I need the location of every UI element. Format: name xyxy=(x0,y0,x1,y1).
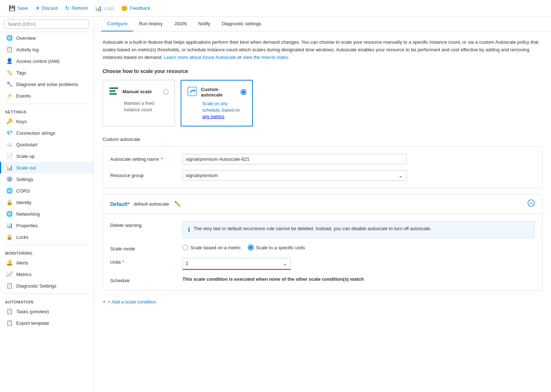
manual-scale-title: Manual scale xyxy=(122,89,152,94)
sidebar-item-label: Quickstart xyxy=(16,142,38,147)
scale-specific-units-option[interactable]: Scale to a specific units xyxy=(248,245,305,250)
manual-scale-radio[interactable] xyxy=(163,89,169,95)
sidebar-item-quickstart[interactable]: ☁️ Quickstart xyxy=(0,139,94,150)
autoscale-form-box: Autoscale setting name * Resource group … xyxy=(103,146,542,188)
default-condition-box: Default* default autoscale ✏️ Delete war… xyxy=(103,194,542,291)
sidebar-item-overview[interactable]: 🌐 Overview xyxy=(0,32,94,44)
add-condition-icon: + xyxy=(103,299,106,305)
sidebar-item-tasks[interactable]: 📋 Tasks (preview) xyxy=(0,306,94,317)
sidebar-item-locks[interactable]: 🔒 Locks xyxy=(0,231,94,243)
sidebar-item-label: Settings xyxy=(16,177,33,182)
sidebar-item-keys[interactable]: 🔑 Keys xyxy=(0,116,94,127)
autoscale-name-input[interactable] xyxy=(182,154,406,164)
sidebar-item-connection-strings[interactable]: 💎 Connection strings xyxy=(0,127,94,139)
tab-configure[interactable]: Configure xyxy=(101,17,133,31)
logs-button[interactable]: 📊 Logs xyxy=(92,4,117,13)
iam-icon: 👤 xyxy=(6,58,13,64)
scale-based-metric-label: Scale based on a metric xyxy=(190,245,241,250)
sidebar-item-events[interactable]: ⚡ Events xyxy=(0,90,94,102)
units-select[interactable]: 1 2 3 4 5 xyxy=(182,258,291,268)
sidebar-item-label: Diagnose and solve problems xyxy=(16,82,78,87)
add-scale-condition-button[interactable]: + + Add a scale condition xyxy=(103,297,156,307)
networking-icon: 🌐 xyxy=(6,211,13,217)
logs-icon: 📊 xyxy=(95,5,102,12)
sidebar: 🌐 Overview 📋 Activity log 👤 Access contr… xyxy=(0,17,94,392)
condition-name: Default* xyxy=(110,201,129,207)
custom-autoscale-card[interactable]: Custom autoscale Scale on any schedule, … xyxy=(181,80,253,126)
tab-run-history[interactable]: Run history xyxy=(133,17,168,31)
sidebar-item-diagnostic-settings[interactable]: 📋 Diagnostic Settings xyxy=(0,280,94,292)
diagnostic-settings-icon: 📋 xyxy=(6,283,13,289)
sidebar-item-tags[interactable]: 🏷️ Tags xyxy=(0,67,94,78)
tab-notify[interactable]: Notify xyxy=(193,17,216,31)
discard-icon: ✕ xyxy=(35,5,40,12)
sidebar-item-scale-out[interactable]: 📊 Scale out xyxy=(0,162,94,173)
sidebar-item-networking[interactable]: 🌐 Networking xyxy=(0,208,94,220)
delete-warning-label: Delete warning xyxy=(110,221,182,228)
custom-autoscale-section-label: Custom autoscale xyxy=(103,137,542,142)
monitoring-divider xyxy=(4,245,89,245)
sidebar-item-label: Tags xyxy=(16,70,26,76)
sidebar-item-label: Events xyxy=(16,93,31,99)
resource-group-select[interactable]: signalrpremium xyxy=(182,170,406,181)
sidebar-item-label: CORS xyxy=(16,188,30,194)
sidebar-item-settings[interactable]: ⚙️ Settings xyxy=(0,173,94,185)
link-separator: or xyxy=(237,55,243,60)
units-required: * xyxy=(122,259,124,265)
how-to-video-link[interactable]: view the how-to video xyxy=(243,55,288,60)
sidebar-item-label: Overview xyxy=(16,35,36,41)
quickstart-icon: ☁️ xyxy=(6,141,13,148)
overview-icon: 🌐 xyxy=(6,35,13,41)
manual-scale-card[interactable]: Manual scale Maintain a fixed instance c… xyxy=(103,80,175,126)
toolbar: 💾 Save ✕ Discard ↻ Refresh 📊 Logs 😊 Feed… xyxy=(0,0,551,17)
search-input[interactable] xyxy=(4,20,89,29)
tab-json[interactable]: JSON xyxy=(168,17,193,31)
delete-warning-row: Delete warning ℹ The very last or defaul… xyxy=(110,221,535,238)
scale-specific-units-radio[interactable] xyxy=(248,245,254,250)
sidebar-item-identity[interactable]: 🔒 Identity xyxy=(0,197,94,208)
svg-rect-0 xyxy=(109,87,118,89)
page-content: Autoscale is a built-in feature that hel… xyxy=(94,31,551,314)
tasks-icon: 📋 xyxy=(6,308,13,315)
sidebar-item-activity-log[interactable]: 📋 Activity log xyxy=(0,44,94,55)
feedback-button[interactable]: 😊 Feedback xyxy=(118,4,153,13)
svg-rect-1 xyxy=(109,90,115,92)
condition-desc: default autoscale xyxy=(134,201,169,207)
sidebar-item-diagnose[interactable]: 🔧 Diagnose and solve problems xyxy=(0,78,94,90)
manual-scale-icon xyxy=(109,86,119,97)
sidebar-search-container xyxy=(0,17,94,32)
resource-group-row: Resource group signalrpremium xyxy=(110,170,535,181)
sidebar-item-properties[interactable]: 📊 Properties xyxy=(0,220,94,231)
refresh-button[interactable]: ↻ Refresh xyxy=(62,4,91,13)
sidebar-item-scale-up[interactable]: 📄 Scale up xyxy=(0,150,94,162)
any-metrics-link[interactable]: any metrics xyxy=(202,114,224,119)
settings-icon: ⚙️ xyxy=(6,176,13,182)
sidebar-item-metrics[interactable]: 📈 Metrics xyxy=(0,268,94,280)
custom-autoscale-radio[interactable] xyxy=(241,89,246,95)
sidebar-item-label: Access control (IAM) xyxy=(16,59,60,64)
custom-autoscale-icon xyxy=(187,86,197,98)
sidebar-item-cors[interactable]: 🌐 CORS xyxy=(0,185,94,197)
discard-button[interactable]: ✕ Discard xyxy=(33,4,61,13)
schedule-text: This scale condition is executed when no… xyxy=(182,276,535,282)
sidebar-item-iam[interactable]: 👤 Access control (IAM) xyxy=(0,55,94,67)
sidebar-item-alerts[interactable]: 🔔 Alerts xyxy=(0,257,94,268)
learn-more-link[interactable]: Learn more about Azure Autoscale xyxy=(164,55,236,60)
feedback-icon: 😊 xyxy=(121,5,128,12)
sidebar-item-export-template[interactable]: 📋 Export template xyxy=(0,317,94,329)
scale-based-metric-radio[interactable] xyxy=(182,245,188,250)
export-template-icon: 📋 xyxy=(6,320,13,326)
sidebar-item-label: Alerts xyxy=(16,260,28,266)
tab-bar: Configure Run history JSON Notify Diagno… xyxy=(94,17,551,31)
condition-edit-button[interactable]: ✏️ xyxy=(173,200,182,208)
info-icon: ℹ xyxy=(188,225,190,234)
schedule-label: Schedule xyxy=(110,276,182,283)
manual-scale-header: Manual scale xyxy=(109,86,169,97)
condition-delete-button[interactable] xyxy=(528,199,535,208)
scale-based-metric-option[interactable]: Scale based on a metric xyxy=(182,245,241,250)
metrics-icon: 📈 xyxy=(6,271,13,277)
tab-diagnostic-settings[interactable]: Diagnostic settings xyxy=(216,17,267,31)
save-button[interactable]: 💾 Save xyxy=(6,4,31,13)
scale-out-icon: 📊 xyxy=(6,164,13,171)
sidebar-item-label: Diagnostic Settings xyxy=(16,283,56,289)
